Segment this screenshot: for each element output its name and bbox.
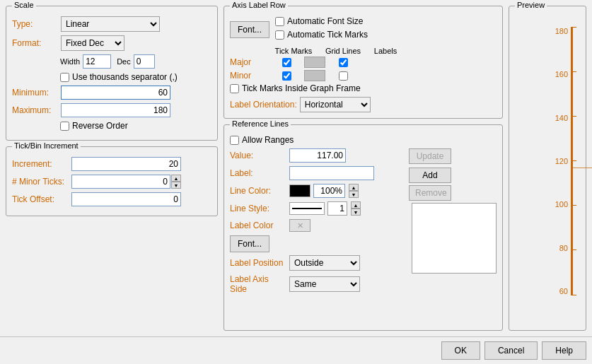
tick-180: 180 xyxy=(555,27,568,35)
ref-list-area xyxy=(412,203,497,274)
minor-ticks-input[interactable]: 0 xyxy=(71,175,170,189)
thousands-label: Use thousands separator (,) xyxy=(72,72,178,82)
minor-ticks-label: # Minor Ticks: xyxy=(12,177,69,187)
ref-lines-title: Reference Lines xyxy=(230,119,291,128)
remove-btn[interactable]: Remove xyxy=(409,185,451,201)
label-color-box[interactable]: ✕ xyxy=(289,219,310,232)
minor-labels-checkbox[interactable] xyxy=(339,71,348,81)
line-style-val-input[interactable]: 1 xyxy=(327,201,347,216)
tick-bin-title: Tick/Bin Increment xyxy=(12,141,81,150)
reverse-label: Reverse Order xyxy=(72,121,128,131)
scale-panel: Scale Type: Linear Log Format: Fixed Dec… xyxy=(6,6,218,141)
preview-panel: Preview 180 160 140 120 100 80 60 xyxy=(509,6,586,331)
scale-title: Scale xyxy=(12,1,36,9)
bottom-bar: OK Cancel Help xyxy=(0,336,592,364)
minor-label: Minor xyxy=(230,71,272,81)
reverse-checkbox[interactable] xyxy=(60,122,69,131)
max-label: Maximum: xyxy=(12,105,58,115)
allow-ranges-label: Allow Ranges xyxy=(242,135,294,145)
dec-input[interactable]: 0 xyxy=(134,54,155,69)
type-select[interactable]: Linear Log xyxy=(61,16,160,32)
grid-lines-header: Grid Lines xyxy=(318,47,368,55)
ok-button[interactable]: OK xyxy=(441,341,480,360)
major-grid-lines-cell xyxy=(304,57,325,68)
tick-marks-header: Tick Marks xyxy=(269,47,318,55)
minor-ticks-down[interactable]: ▼ xyxy=(171,182,181,189)
axis-side-select[interactable]: Same Opposite xyxy=(289,276,360,292)
axis-label-panel: Axis Label Row Font... Automatic Font Si… xyxy=(224,6,503,119)
increment-input[interactable]: 20 xyxy=(71,157,181,171)
axis-label-title: Axis Label Row xyxy=(230,1,288,9)
thousands-checkbox[interactable] xyxy=(60,73,69,82)
tick-60: 60 xyxy=(559,287,568,295)
minor-ticks-up[interactable]: ▲ xyxy=(171,175,181,182)
major-labels-checkbox[interactable] xyxy=(339,58,348,67)
orientation-label: Label Orientation: xyxy=(230,100,297,110)
axis-side-label: Label Axis Side xyxy=(230,274,286,294)
color-pct-up[interactable]: ▲ xyxy=(349,184,359,191)
tick-120: 120 xyxy=(555,157,568,165)
tick-inside-label: Tick Marks Inside Graph Frame xyxy=(242,83,361,93)
min-label: Minimum: xyxy=(12,88,58,98)
line-color-label: Line Color: xyxy=(230,186,286,196)
position-select[interactable]: Outside Inside xyxy=(289,255,360,271)
tick-160: 160 xyxy=(555,70,568,78)
minor-tick-marks-checkbox[interactable] xyxy=(282,71,291,81)
line-color-box[interactable] xyxy=(289,184,310,197)
tick-inside-checkbox[interactable] xyxy=(230,84,239,93)
help-button[interactable]: Help xyxy=(542,341,586,360)
min-input[interactable]: 60 xyxy=(61,86,170,100)
value-label: Value: xyxy=(230,151,286,160)
label-input[interactable] xyxy=(289,166,374,180)
major-label: Major xyxy=(230,57,272,67)
max-input[interactable]: 180 xyxy=(61,103,170,117)
label-color-label: Label Color xyxy=(230,221,286,230)
format-select[interactable]: Fixed Dec Scientific xyxy=(61,35,124,51)
axis-line xyxy=(571,27,573,295)
auto-font-size-checkbox[interactable] xyxy=(275,17,284,26)
axis-font-btn[interactable]: Font... xyxy=(230,21,269,38)
ref-lines-panel: Reference Lines Allow Ranges Value: 117.… xyxy=(224,124,503,331)
tick-80: 80 xyxy=(559,244,568,252)
width-label: Width xyxy=(60,57,80,66)
position-label: Label Position xyxy=(230,258,286,268)
color-pct-input[interactable]: 100% xyxy=(313,184,345,198)
auto-tick-marks-label: Automatic Tick Marks xyxy=(287,30,368,40)
tick-100: 100 xyxy=(555,200,568,209)
label-label: Label: xyxy=(230,168,286,178)
allow-ranges-checkbox[interactable] xyxy=(230,136,239,145)
add-btn[interactable]: Add xyxy=(409,168,451,183)
increment-label: Increment: xyxy=(12,159,69,169)
major-tick-marks-checkbox[interactable] xyxy=(282,58,291,67)
orientation-select[interactable]: Horizontal Vertical xyxy=(300,97,371,112)
ref-line-preview xyxy=(573,168,592,168)
line-style-preview xyxy=(289,202,325,215)
line-style-up[interactable]: ▲ xyxy=(351,201,361,209)
width-input[interactable]: 12 xyxy=(83,54,111,69)
auto-font-size-label: Automatic Font Size xyxy=(287,16,363,26)
line-style-label: Line Style: xyxy=(230,204,286,213)
dec-label: Dec xyxy=(117,57,131,66)
update-btn[interactable]: Update xyxy=(409,148,451,164)
auto-tick-marks-checkbox[interactable] xyxy=(275,30,284,40)
value-input[interactable]: 117.00 xyxy=(289,148,346,163)
format-label: Format: xyxy=(12,38,58,48)
labels-header: Labels xyxy=(368,47,403,55)
tick-offset-input[interactable]: 0 xyxy=(71,192,181,206)
tick-140: 140 xyxy=(555,114,568,122)
color-pct-down[interactable]: ▼ xyxy=(349,191,359,198)
type-label: Type: xyxy=(12,19,58,29)
tick-offset-label: Tick Offset: xyxy=(12,194,69,204)
line-style-down[interactable]: ▼ xyxy=(351,209,361,216)
minor-grid-lines-cell xyxy=(304,70,325,81)
tick-bin-panel: Tick/Bin Increment Increment: 20 # Minor… xyxy=(6,146,218,216)
preview-title: Preview xyxy=(515,1,547,9)
cancel-button[interactable]: Cancel xyxy=(484,341,538,360)
ref-font-btn[interactable]: Font... xyxy=(230,235,269,252)
